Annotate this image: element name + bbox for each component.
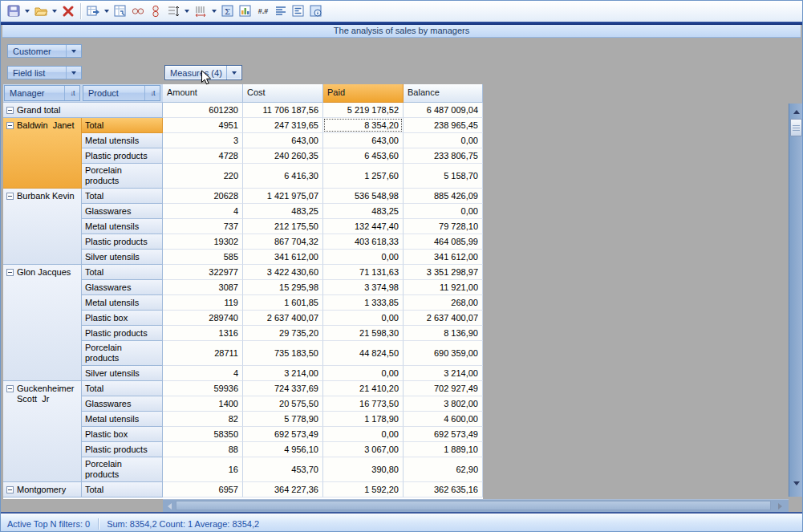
product-cell[interactable]: Porcelain products [82, 457, 163, 482]
product-cell[interactable]: Total [82, 189, 163, 204]
data-cell[interactable]: 362 635,16 [404, 482, 483, 497]
data-cell[interactable]: 220 [163, 164, 243, 189]
collapse-rows-icon[interactable] [147, 2, 164, 20]
data-cell[interactable]: 15 295,98 [243, 280, 323, 295]
data-cell[interactable]: 536 548,98 [323, 189, 404, 204]
export-icon[interactable] [84, 2, 102, 20]
data-cell[interactable]: 585 [163, 250, 243, 265]
data-cell[interactable]: 3 374,98 [323, 280, 404, 295]
data-cell[interactable]: 1316 [163, 326, 243, 341]
data-cell[interactable]: 1 257,60 [323, 164, 404, 189]
collapse-icon[interactable] [6, 193, 14, 200]
product-cell[interactable]: Total [82, 118, 163, 133]
data-cell[interactable]: 403 618,33 [323, 234, 404, 250]
data-cell[interactable]: 737 [163, 219, 243, 234]
data-cell[interactable]: 62,90 [404, 457, 483, 482]
selected-data-cell[interactable]: 8 354,20 [323, 118, 404, 133]
product-cell[interactable]: Glasswares [82, 280, 163, 295]
data-cell[interactable]: 1 178,90 [323, 412, 404, 427]
product-cell[interactable]: Glasswares [82, 396, 163, 412]
product-field-button[interactable]: Product ↓t [83, 85, 160, 101]
data-cell[interactable]: 3 422 430,60 [243, 265, 323, 280]
scroll-down-icon[interactable] [789, 477, 803, 489]
data-cell[interactable]: 6 416,30 [243, 164, 323, 189]
data-cell[interactable]: 44 824,50 [323, 341, 404, 366]
horizontal-scrollbar[interactable] [163, 499, 789, 512]
manager-cell[interactable]: Glon Jacques [3, 265, 82, 381]
data-cell[interactable]: 11 706 187,56 [243, 103, 323, 118]
product-sort-icon[interactable]: ↓t [144, 86, 160, 100]
vertical-scroll-thumb[interactable] [790, 119, 802, 136]
data-cell[interactable]: 3 [163, 133, 243, 148]
row-layout-icon[interactable] [272, 2, 290, 20]
data-cell[interactable]: 71 131,63 [323, 265, 404, 280]
column-header-balance[interactable]: Balance [404, 84, 483, 103]
data-cell[interactable]: 247 319,65 [243, 118, 323, 133]
data-cell[interactable]: 341 612,00 [243, 250, 323, 265]
data-cell[interactable]: 0,00 [404, 204, 483, 219]
product-cell[interactable]: Silver utensils [82, 250, 163, 265]
data-cell[interactable]: 0,00 [404, 133, 483, 148]
product-cell[interactable]: Porcelain products [82, 341, 163, 366]
collapse-icon[interactable] [6, 107, 14, 114]
data-cell[interactable]: 5 778,90 [243, 412, 323, 427]
data-cell[interactable]: 20 575,50 [243, 396, 323, 412]
data-cell[interactable]: 885 426,09 [404, 189, 483, 204]
data-cell[interactable]: 29 735,20 [243, 326, 323, 341]
data-cell[interactable]: 240 260,35 [243, 148, 323, 164]
data-cell[interactable]: 1 592,20 [323, 482, 404, 497]
data-cell[interactable]: 692 573,49 [404, 427, 483, 442]
data-cell[interactable]: 692 573,49 [243, 427, 323, 442]
column-header-amount[interactable]: Amount [163, 84, 243, 103]
data-cell[interactable]: 390,80 [323, 457, 404, 482]
vertical-scrollbar[interactable] [789, 104, 803, 497]
measures-dropdown-icon[interactable] [226, 66, 241, 79]
data-cell[interactable]: 19302 [163, 234, 243, 250]
product-cell[interactable]: Total [82, 482, 163, 497]
product-cell[interactable]: Silver utensils [82, 366, 163, 381]
data-cell[interactable]: 82 [163, 412, 243, 427]
data-cell[interactable]: 453,70 [243, 457, 323, 482]
data-cell[interactable]: 58350 [163, 427, 243, 442]
data-cell[interactable]: 322977 [163, 265, 243, 280]
save-icon[interactable] [5, 2, 22, 20]
data-cell[interactable]: 16 773,50 [323, 396, 404, 412]
open-icon[interactable] [32, 2, 50, 20]
data-cell[interactable]: 4951 [163, 118, 243, 133]
collapse-icon[interactable] [6, 122, 14, 129]
data-cell[interactable]: 212 175,50 [243, 219, 323, 234]
field-list-button[interactable]: Field list [7, 66, 82, 79]
data-cell[interactable]: 238 965,45 [404, 118, 483, 133]
show-chart-icon[interactable] [237, 2, 254, 20]
manager-cell[interactable]: Burbank Kevin [3, 189, 82, 265]
data-cell[interactable]: 364 227,36 [243, 482, 323, 497]
product-cell[interactable]: Metal utensils [82, 219, 163, 234]
data-cell[interactable]: 5 158,70 [404, 164, 483, 189]
data-cell[interactable]: 20628 [163, 189, 243, 204]
data-cell[interactable]: 28711 [163, 341, 243, 366]
data-cell[interactable]: 601230 [163, 103, 243, 118]
scroll-left-icon[interactable] [164, 500, 176, 512]
collapse-icon[interactable] [6, 486, 14, 493]
refresh-fields-icon[interactable] [112, 2, 129, 20]
data-cell[interactable]: 735 183,50 [243, 341, 323, 366]
horizontal-scroll-thumb[interactable] [176, 501, 771, 510]
data-cell[interactable]: 4728 [163, 148, 243, 164]
data-cell[interactable]: 21 598,30 [323, 326, 404, 341]
data-cell[interactable]: 690 359,00 [404, 341, 483, 366]
data-cell[interactable]: 4 956,10 [243, 442, 323, 457]
data-cell[interactable]: 4 [163, 366, 243, 381]
manager-sort-icon[interactable]: ↓t [64, 86, 79, 100]
data-cell[interactable]: 119 [163, 295, 243, 311]
cell-layout-icon[interactable] [290, 2, 307, 20]
export-dropdown-icon[interactable] [102, 2, 112, 20]
data-cell[interactable]: 4 600,00 [404, 412, 483, 427]
show-totals-icon[interactable]: Σ [219, 2, 237, 20]
manager-cell[interactable]: Montgomery [3, 482, 82, 497]
product-cell[interactable]: Total [82, 381, 163, 396]
data-cell[interactable]: 21 410,20 [323, 381, 404, 396]
data-cell[interactable]: 59936 [163, 381, 243, 396]
manager-field-button[interactable]: Manager ↓t [4, 85, 80, 101]
data-cell[interactable]: 3 351 298,97 [404, 265, 483, 280]
data-cell[interactable]: 6 453,60 [323, 148, 404, 164]
